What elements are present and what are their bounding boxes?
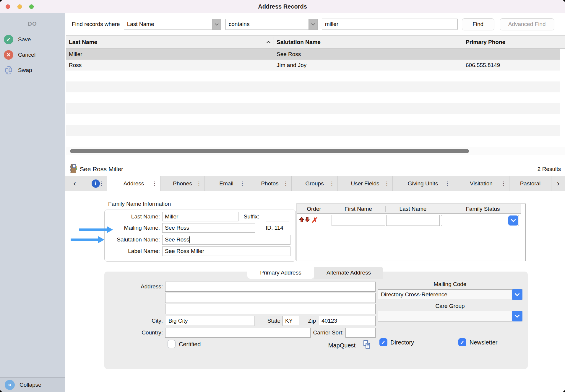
chevron-down-icon: [515, 313, 520, 318]
cell-last-name: Ross: [66, 60, 274, 71]
advanced-find-label: Advanced Find: [508, 21, 546, 27]
tab-menu-icon[interactable]: ⋮: [99, 180, 104, 187]
tabs-scroll-right-button[interactable]: ›: [551, 176, 565, 191]
table-row-empty: [66, 71, 560, 81]
find-button[interactable]: Find: [462, 18, 494, 30]
record-id: ID: 114: [266, 223, 283, 233]
dropdown-button[interactable]: [508, 215, 518, 226]
column-header-last-name[interactable]: Last Name: [66, 36, 274, 48]
address-line1-field[interactable]: [165, 282, 376, 292]
save-label: Save: [18, 36, 31, 43]
pointer-arrow-salutation-name: [71, 239, 98, 241]
tab-info[interactable]: i ⋮: [84, 176, 107, 191]
dropdown-button[interactable]: [512, 289, 522, 300]
column-header-salutation-name[interactable]: Salutation Name: [274, 36, 463, 48]
copy-address-button[interactable]: [360, 340, 374, 351]
table-row-selected[interactable]: Miller See Ross: [66, 49, 560, 60]
table-row[interactable]: Ross Jim and Joy 606.555.8149: [66, 60, 560, 71]
member-row: ✗: [297, 214, 525, 227]
move-down-button[interactable]: [305, 217, 310, 223]
dropdown-button[interactable]: [212, 19, 221, 30]
dropdown-button[interactable]: [309, 19, 317, 30]
tab-user-fields[interactable]: User Fields ⋮: [338, 176, 393, 191]
chevron-down-icon: [311, 22, 315, 26]
column-header-primary-phone[interactable]: Primary Phone: [463, 36, 565, 48]
tab-giving-units[interactable]: Giving Units ⋮: [393, 176, 453, 191]
dropdown-button[interactable]: [512, 311, 522, 321]
city-field[interactable]: [166, 316, 254, 326]
search-input[interactable]: [322, 19, 458, 30]
tab-menu-icon[interactable]: ⋮: [152, 180, 157, 187]
scrollbar-thumb[interactable]: [70, 149, 469, 153]
vertical-scrollbar[interactable]: [521, 204, 525, 261]
tab-menu-icon[interactable]: ⋮: [196, 180, 202, 187]
member-first-name-field[interactable]: [332, 215, 385, 226]
column-label: Family Status: [466, 206, 500, 212]
newsletter-label: Newsletter: [470, 339, 497, 346]
certified-checkbox[interactable]: [168, 340, 176, 348]
member-last-name-field[interactable]: [386, 215, 440, 226]
tab-primary-address[interactable]: Primary Address: [247, 267, 314, 279]
tab-alternate-address[interactable]: Alternate Address: [314, 267, 383, 279]
delete-member-button[interactable]: ✗: [311, 216, 318, 224]
column-label: Primary Phone: [466, 39, 505, 45]
suffix-field[interactable]: [266, 212, 289, 221]
state-field[interactable]: [282, 316, 299, 326]
tab-menu-icon[interactable]: ⋮: [445, 180, 450, 187]
mailing-name-field[interactable]: [162, 223, 255, 233]
collapse-button[interactable]: « Collapse: [0, 377, 65, 392]
tab-photos[interactable]: Photos ⋮: [248, 176, 292, 191]
newsletter-checkbox[interactable]: ✓: [458, 338, 466, 346]
cancel-button[interactable]: ✕ Cancel: [0, 48, 65, 61]
title-bar: Address Records: [0, 0, 565, 13]
mapquest-button[interactable]: MapQuest: [325, 340, 358, 351]
horizontal-scrollbar[interactable]: [66, 147, 565, 155]
tab-label: Address: [124, 180, 144, 187]
sort-ascending-icon: [267, 41, 270, 45]
tab-label: Primary Address: [260, 270, 301, 276]
care-group-select[interactable]: [378, 311, 522, 321]
tab-menu-icon[interactable]: ⋮: [329, 180, 335, 187]
address-line2-field[interactable]: [165, 293, 376, 303]
advanced-find-button[interactable]: Advanced Find: [500, 18, 554, 30]
save-button[interactable]: ✓ Save: [0, 33, 65, 46]
tab-email[interactable]: Email ⋮: [205, 176, 248, 191]
last-name-field[interactable]: [162, 212, 238, 221]
tab-visitation[interactable]: Visitation ⋮: [453, 176, 509, 191]
tab-menu-icon[interactable]: ⋮: [283, 180, 288, 187]
tab-label: User Fields: [351, 180, 379, 187]
tabs-scroll-left-button[interactable]: ‹: [65, 176, 84, 191]
tab-pastoral[interactable]: Pastoral: [509, 176, 551, 191]
label-name-field[interactable]: [162, 246, 290, 256]
search-operator-select[interactable]: contains: [225, 19, 318, 30]
tab-menu-icon[interactable]: ⋮: [240, 180, 245, 187]
results-table: Last Name Salutation Name Primary Phone …: [66, 35, 565, 162]
search-field-value: Last Name: [124, 21, 212, 27]
directory-label: Directory: [390, 339, 414, 346]
search-field-select[interactable]: Last Name: [124, 19, 221, 30]
table-row-empty: [66, 114, 560, 125]
collapse-chevrons-icon: «: [5, 380, 15, 390]
country-field[interactable]: [165, 328, 311, 338]
order-cell: ✗: [299, 216, 318, 224]
tab-label: Alternate Address: [327, 270, 371, 276]
cell-salutation: Jim and Joy: [274, 60, 463, 71]
cross-glyph: ✕: [6, 52, 11, 58]
cell-phone: 606.555.8149: [463, 60, 560, 71]
tab-phones[interactable]: Phones ⋮: [160, 176, 205, 191]
swap-button[interactable]: Swap: [0, 64, 65, 77]
vertical-scrollbar[interactable]: [560, 49, 565, 147]
move-up-button[interactable]: [299, 217, 304, 223]
record-name: See Ross Miller: [80, 166, 123, 173]
zip-field[interactable]: [319, 316, 376, 326]
mailing-code-select[interactable]: Directory Cross-Reference: [378, 289, 522, 300]
directory-checkbox[interactable]: ✓: [379, 338, 387, 346]
tab-menu-icon[interactable]: ⋮: [384, 180, 389, 187]
tab-groups[interactable]: Groups ⋮: [292, 176, 338, 191]
carrier-sort-field[interactable]: [345, 328, 376, 338]
family-status-select[interactable]: [441, 215, 519, 226]
tab-address[interactable]: Address ⋮: [107, 176, 160, 191]
address-line3-field[interactable]: [165, 304, 376, 314]
salutation-name-field[interactable]: See Ross: [162, 235, 290, 245]
tab-menu-icon[interactable]: ⋮: [501, 180, 506, 187]
